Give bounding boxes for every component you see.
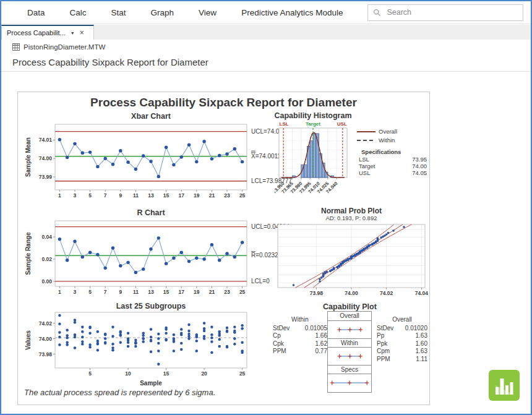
overall-stats: OverallStDev0.01020Pp1.63Ppk1.60Cpm1.63P… xyxy=(377,316,427,363)
svg-text:73.95: 73.95 xyxy=(412,156,427,163)
tab-strip: Process Capabilit... ▼ × xyxy=(1,25,531,40)
tab-label: Process Capabilit... xyxy=(7,29,66,36)
capability-histogram: Capability HistogramLSLTargetUSL73.95073… xyxy=(275,111,429,205)
capability-plot: Capability PlotWithinStDev0.01005Cp1.66C… xyxy=(270,301,429,401)
svg-text:USL: USL xyxy=(359,169,370,176)
search-icon xyxy=(373,9,381,17)
svg-text:15: 15 xyxy=(163,370,169,377)
svg-text:17: 17 xyxy=(178,289,184,295)
search-box[interactable] xyxy=(367,4,523,21)
svg-text:11: 11 xyxy=(133,289,139,295)
svg-text:74.00: 74.00 xyxy=(39,155,53,161)
menu-item-graph[interactable]: Graph xyxy=(151,8,174,17)
svg-text:1: 1 xyxy=(58,192,61,199)
svg-text:Xbar Chart: Xbar Chart xyxy=(131,112,171,121)
report-heading: Process Capability Sixpack Report for Di… xyxy=(12,57,208,67)
menu-item-view[interactable]: View xyxy=(199,8,217,17)
interval-column: OverallWithinSpecs xyxy=(327,311,372,393)
svg-text:Values: Values xyxy=(25,330,32,350)
svg-text:Target: Target xyxy=(359,163,375,169)
svg-text:1: 1 xyxy=(58,289,61,295)
menu-items: DataCalcStatGraphViewPredictive Analytic… xyxy=(27,8,343,17)
svg-text:25: 25 xyxy=(239,192,246,199)
svg-text:21: 21 xyxy=(209,192,215,199)
svg-text:15: 15 xyxy=(163,192,169,199)
svg-text:74.02: 74.02 xyxy=(380,290,393,296)
svg-text:7: 7 xyxy=(104,192,107,199)
svg-text:73.99: 73.99 xyxy=(39,174,53,180)
menu-item-predictive-analytics-module[interactable]: Predictive Analytics Module xyxy=(241,8,343,17)
svg-text:13: 13 xyxy=(148,289,154,295)
r-chart: R ChartSample Range0.000.020.04135791113… xyxy=(23,207,300,301)
svg-text:19: 19 xyxy=(194,289,200,295)
svg-text:0.02: 0.02 xyxy=(41,256,52,262)
svg-text:AD: 0.193, P: 0.892: AD: 0.193, P: 0.892 xyxy=(326,215,377,221)
svg-text:17: 17 xyxy=(178,192,184,199)
tab-close-icon[interactable]: × xyxy=(80,29,84,36)
interval-label-overall: Overall xyxy=(328,312,371,321)
tab-process-capability[interactable]: Process Capabilit... ▼ × xyxy=(1,25,94,40)
tab-dropdown-icon[interactable]: ▼ xyxy=(71,31,75,35)
svg-text:0.00: 0.00 xyxy=(41,278,52,285)
svg-text:25: 25 xyxy=(239,289,246,295)
svg-text:19: 19 xyxy=(194,192,200,199)
svg-text:USL: USL xyxy=(337,121,347,127)
header-divider xyxy=(1,71,531,72)
menu-item-data[interactable]: Data xyxy=(27,8,45,17)
svg-text:9: 9 xyxy=(119,192,122,199)
svg-text:21: 21 xyxy=(209,289,215,295)
graph-main-title: Process Capability Sixpack Report for Di… xyxy=(18,96,429,109)
svg-text:Overall: Overall xyxy=(379,128,397,135)
minitab-graph-icon[interactable] xyxy=(489,370,520,401)
svg-text:Capability Histogram: Capability Histogram xyxy=(275,111,352,120)
svg-text:Specifications: Specifications xyxy=(361,148,401,155)
normal-prob-plot: Normal Prob PlotAD: 0.193, P: 0.89273.98… xyxy=(273,207,429,301)
svg-text:73.98: 73.98 xyxy=(310,290,324,296)
svg-text:74.00: 74.00 xyxy=(345,290,358,296)
svg-text:5: 5 xyxy=(88,192,92,199)
svg-text:0.04: 0.04 xyxy=(41,234,52,240)
svg-text:Within: Within xyxy=(379,137,395,143)
interval-label-within: Within xyxy=(328,338,371,348)
svg-text:Target: Target xyxy=(306,121,320,127)
svg-text:23: 23 xyxy=(224,289,230,295)
svg-text:R Chart: R Chart xyxy=(137,208,165,217)
xbar-chart: Xbar ChartSample Mean73.9974.0074.011357… xyxy=(23,111,300,207)
svg-text:7: 7 xyxy=(104,289,107,295)
svg-text:Sample: Sample xyxy=(140,380,162,387)
worksheet-row[interactable]: PistonRingDiameter.MTW xyxy=(12,43,105,51)
svg-text:74.04: 74.04 xyxy=(415,290,429,296)
svg-text:73.98: 73.98 xyxy=(39,351,53,357)
svg-text:9: 9 xyxy=(119,289,122,295)
svg-text:Sample Mean: Sample Mean xyxy=(25,137,32,177)
last-25-subgroups-plot: Last 25 SubgroupsValues73.9874.0074.0251… xyxy=(23,302,270,389)
svg-text:LSL: LSL xyxy=(359,156,369,163)
svg-text:74.01: 74.01 xyxy=(39,137,53,143)
svg-text:Sample Range: Sample Range xyxy=(25,232,32,275)
svg-text:10: 10 xyxy=(125,370,131,377)
svg-text:74.00: 74.00 xyxy=(412,163,427,169)
svg-text:3: 3 xyxy=(74,289,77,295)
svg-text:23: 23 xyxy=(224,192,230,199)
minitab-window: DataCalcStatGraphViewPredictive Analytic… xyxy=(0,0,532,415)
svg-text:LSL: LSL xyxy=(280,121,289,127)
svg-text:5: 5 xyxy=(88,289,92,295)
capability-plot-title: Capability Plot xyxy=(270,302,429,311)
svg-text:LCL=0: LCL=0 xyxy=(251,278,270,285)
svg-text:74.05: 74.05 xyxy=(412,169,427,176)
svg-text:25: 25 xyxy=(239,370,246,377)
sixpack-graph-panel: Process Capability Sixpack Report for Di… xyxy=(17,92,430,405)
svg-text:74.02: 74.02 xyxy=(39,320,53,327)
svg-text:5: 5 xyxy=(88,370,92,377)
search-input[interactable] xyxy=(385,7,518,17)
svg-text:11: 11 xyxy=(133,192,139,199)
worksheet-name: PistonRingDiameter.MTW xyxy=(24,43,105,51)
menu-item-calc[interactable]: Calc xyxy=(70,8,87,17)
menu-item-stat[interactable]: Stat xyxy=(111,8,126,17)
svg-text:13: 13 xyxy=(148,192,154,199)
svg-text:15: 15 xyxy=(163,289,169,295)
within-stats: WithinStDev0.01005Cp1.66Cpk1.62PPM0.77 xyxy=(273,316,327,356)
worksheet-grid-icon xyxy=(12,43,20,51)
menu-bar: DataCalcStatGraphViewPredictive Analytic… xyxy=(1,1,531,24)
interval-label-specs: Specs xyxy=(328,365,371,374)
